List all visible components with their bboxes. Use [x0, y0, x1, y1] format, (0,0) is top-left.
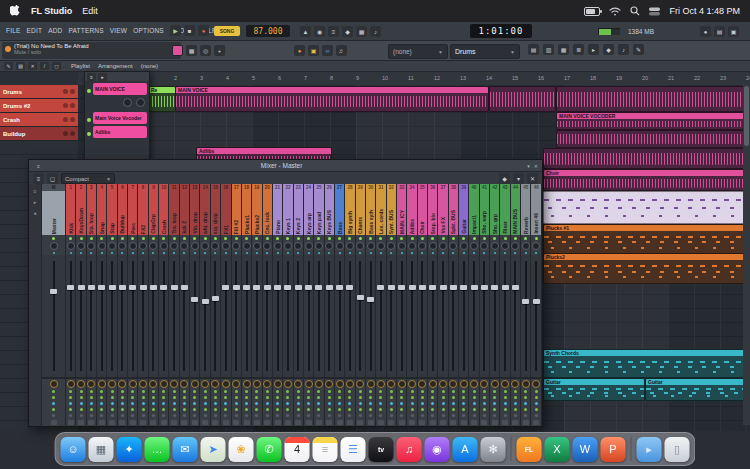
battery-icon[interactable]	[584, 7, 600, 16]
channel-rack-window[interactable]: ≡ ▸ MAIN VOICEMain Voice VocoderAdlibs	[84, 71, 150, 170]
fader-cap[interactable]	[533, 299, 540, 304]
mixer-strip-36[interactable]: 36Stop. blo	[428, 184, 438, 426]
metronome-icon[interactable]: ▲	[300, 26, 311, 37]
volume-fader[interactable]	[469, 255, 478, 377]
eq-knob[interactable]	[366, 379, 375, 388]
playlist-clip-choir[interactable]: Choir	[543, 169, 750, 191]
eq-knob[interactable]	[418, 379, 427, 388]
fader-cap[interactable]	[150, 285, 157, 290]
lookup-icon[interactable]: ▣	[308, 45, 319, 56]
mixer-strip-21[interactable]: 21Piano	[273, 184, 283, 426]
pan-knob[interactable]	[211, 241, 220, 250]
volume-fader[interactable]	[407, 255, 416, 377]
snap-magnet-icon[interactable]: ◆	[342, 26, 353, 37]
fader-cap[interactable]	[295, 285, 302, 290]
link-icon[interactable]: ∞	[322, 45, 333, 56]
mixer-strip-19[interactable]: 19Plucks2	[252, 184, 262, 426]
pan-knob[interactable]	[66, 241, 75, 250]
fx-slot[interactable]	[107, 418, 116, 426]
eq-knob[interactable]	[314, 379, 323, 388]
fx-slot[interactable]	[531, 418, 540, 426]
fx-slot[interactable]	[438, 418, 447, 426]
fx-slot[interactable]	[169, 418, 178, 426]
pan-knob[interactable]	[283, 241, 292, 250]
volume-fader[interactable]	[490, 255, 499, 377]
dock-icon-settings[interactable]: ✻	[481, 437, 506, 462]
record-button[interactable]: ●	[198, 25, 209, 36]
fader-cap[interactable]	[471, 285, 478, 290]
mixer-strip-40[interactable]: 40Impact1	[469, 184, 479, 426]
snap-icon[interactable]: ▾	[513, 173, 524, 184]
volume-fader[interactable]	[66, 255, 75, 377]
mixer-strip-5[interactable]: 5Stap	[107, 184, 117, 426]
eq-knob[interactable]	[169, 379, 178, 388]
fader-cap[interactable]	[140, 285, 147, 290]
fader-cap[interactable]	[284, 285, 291, 290]
channel-button-main-voice-vocoder[interactable]: Main Voice Vocoder	[93, 112, 147, 124]
fader-cap[interactable]	[181, 285, 188, 290]
volume-fader[interactable]	[283, 255, 292, 377]
mixer-strip-14[interactable]: 14whi. drop	[200, 184, 210, 426]
fader-cap[interactable]	[109, 285, 116, 290]
fx-slot[interactable]	[490, 418, 499, 426]
fl-menu-patterns[interactable]: PATTERNS	[68, 27, 103, 34]
eq-knob[interactable]	[263, 379, 272, 388]
mixer-strip-25[interactable]: 25Keys pad	[314, 184, 324, 426]
eq-knob[interactable]	[304, 379, 313, 388]
pan-knob[interactable]	[242, 241, 251, 250]
tempo-display[interactable]: 87.000	[246, 25, 290, 37]
fader-cap[interactable]	[212, 296, 219, 301]
eq-knob[interactable]	[469, 379, 478, 388]
pan-knob[interactable]	[118, 241, 127, 250]
eq-knob[interactable]	[531, 379, 540, 388]
volume-fader[interactable]	[521, 255, 530, 377]
volume-fader[interactable]	[169, 255, 178, 377]
playlist-clip[interactable]	[556, 130, 750, 148]
volume-fader[interactable]	[76, 255, 85, 377]
minimize-icon[interactable]: ▾	[527, 163, 530, 169]
track-mute-knob[interactable]	[63, 131, 68, 136]
fl-menu-options[interactable]: OPTIONS	[133, 27, 164, 34]
eq-knob[interactable]	[242, 379, 251, 388]
menubar-item-edit[interactable]: Edit	[82, 6, 98, 16]
pan-knob[interactable]	[480, 241, 489, 250]
mixer-strip-32[interactable]: 32Synt. BUS	[387, 184, 397, 426]
fx-slot[interactable]	[356, 418, 365, 426]
playlist-clip-synth-chords[interactable]: Synth Chords	[543, 349, 750, 378]
slice-tool-icon[interactable]: /	[40, 62, 49, 70]
playlist-clip[interactable]	[543, 191, 750, 224]
fader-cap[interactable]	[336, 285, 343, 290]
search-icon[interactable]	[630, 6, 640, 16]
dock-icon-appstore[interactable]: A	[453, 437, 478, 462]
fader-cap[interactable]	[367, 297, 374, 302]
step-edit-icon[interactable]: ≡	[328, 26, 339, 37]
dock-icon-mail[interactable]: ✉	[173, 437, 198, 462]
volume-fader[interactable]	[325, 255, 334, 377]
volume-fader[interactable]	[366, 255, 375, 377]
pan-knob[interactable]	[438, 241, 447, 250]
volume-fader[interactable]	[159, 255, 168, 377]
dock-icon-music[interactable]: ♫	[397, 437, 422, 462]
mic-icon[interactable]: ●	[700, 26, 711, 37]
channel-led[interactable]	[87, 89, 91, 93]
volume-fader[interactable]	[242, 255, 251, 377]
fx-slot[interactable]	[211, 418, 220, 426]
playlist-clip[interactable]	[489, 86, 556, 112]
fx-slot[interactable]	[273, 418, 282, 426]
dock-icon-excel[interactable]: X	[545, 437, 570, 462]
eq-knob[interactable]	[252, 379, 261, 388]
close-icon[interactable]: ✕	[534, 163, 538, 169]
fx-slot[interactable]	[221, 418, 230, 426]
mixer-strip-37[interactable]: 37Vox FX	[438, 184, 448, 426]
eq-knob[interactable]	[376, 379, 385, 388]
fader-cap[interactable]	[450, 285, 457, 290]
fx-slot[interactable]	[314, 418, 323, 426]
play-button[interactable]: ▶	[170, 25, 181, 36]
eq-knob[interactable]	[42, 379, 65, 388]
fader-cap[interactable]	[315, 285, 322, 290]
eq-knob[interactable]	[118, 379, 127, 388]
control-center-icon[interactable]	[649, 7, 660, 16]
fx-slot[interactable]	[97, 418, 106, 426]
mixer-menu-icon[interactable]: ≡	[33, 173, 44, 184]
fx-slot[interactable]	[459, 418, 468, 426]
